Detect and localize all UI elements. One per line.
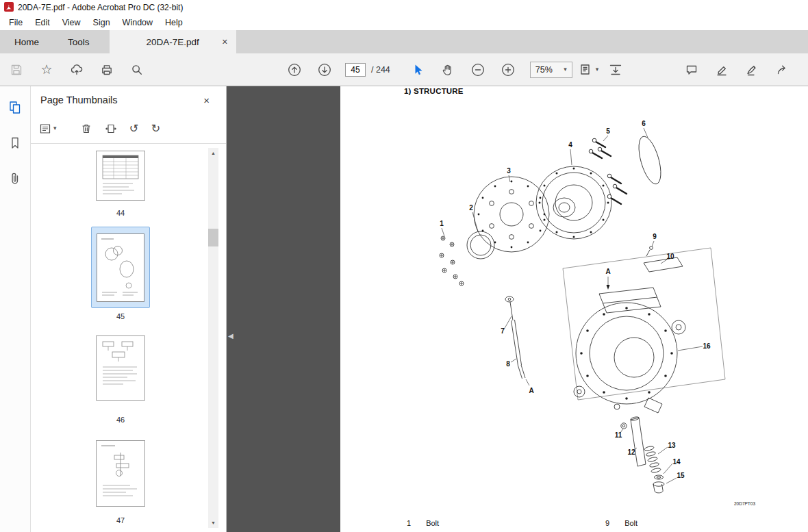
attachments-panel-button[interactable]: [8, 171, 23, 189]
upload-cloud-button[interactable]: [65, 58, 88, 81]
thumbnail-preview: [97, 233, 144, 302]
figure-code: 20D7PT03: [734, 501, 755, 506]
page-thumbnail-47[interactable]: 47: [96, 440, 145, 524]
callout-13: 13: [668, 442, 676, 449]
thumbnail-page-number: 45: [91, 312, 150, 320]
page-display-dropdown[interactable]: ▾: [579, 62, 599, 77]
parts-list-item: 1 Bolt: [407, 519, 439, 527]
callout-1: 1: [440, 220, 444, 227]
chevron-down-icon: ▾: [53, 125, 57, 131]
comment-button[interactable]: [680, 58, 703, 81]
page-thumbnail-45-selected[interactable]: [91, 227, 150, 308]
pdf-page: 1) STRUCTURE: [340, 86, 808, 532]
scrollbar-thumb[interactable]: [208, 229, 218, 246]
section-label-a-2: A: [529, 387, 533, 394]
thumbnail-page-number: 47: [116, 516, 125, 524]
callout-4: 4: [568, 141, 572, 149]
page-count-label: / 244: [371, 65, 390, 75]
acrobat-app-icon: [4, 2, 14, 14]
part-name: Bolt: [624, 519, 637, 527]
close-tab-icon[interactable]: ×: [222, 37, 227, 47]
thumbnail-options-menu-button[interactable]: ▾: [39, 123, 57, 135]
parts-list-item: 9 Bolt: [605, 519, 637, 527]
main-toolbar: ☆ / 244 75% ▾ ▾: [0, 53, 808, 86]
print-button[interactable]: [95, 58, 118, 81]
callout-7: 7: [501, 327, 505, 335]
page-thumbnail-44[interactable]: 44: [96, 151, 145, 217]
section-label-a-1: A: [605, 268, 610, 275]
menu-item-window[interactable]: Window: [116, 16, 159, 29]
window-title: 20DA-7E.pdf - Adobe Acrobat Pro DC (32-b…: [18, 3, 183, 12]
thumbnail-page-number: 44: [116, 209, 125, 217]
document-viewport[interactable]: ◀ 1) STRUCTURE: [227, 86, 808, 532]
collapse-panel-icon[interactable]: ◀: [228, 333, 233, 340]
thumbnail-preview: [96, 335, 145, 401]
menu-item-edit[interactable]: Edit: [29, 16, 56, 29]
callout-8: 8: [506, 360, 510, 368]
highlight-button[interactable]: [710, 58, 733, 81]
tab-document[interactable]: 20DA-7E.pdf ×: [110, 30, 236, 53]
part-ref: 1: [407, 519, 411, 527]
navigation-rail: [0, 86, 31, 532]
callout-14: 14: [672, 458, 681, 466]
rotate-ccw-button[interactable]: ↺: [127, 123, 141, 134]
menu-bar: File Edit View Sign Window Help: [0, 15, 808, 30]
page-thumbnails-panel-button[interactable]: [8, 100, 23, 118]
search-button[interactable]: [125, 58, 149, 81]
scroll-down-icon[interactable]: ▼: [208, 518, 218, 528]
thumbnail-size-button[interactable]: [104, 123, 118, 135]
menu-item-help[interactable]: Help: [159, 16, 189, 29]
hand-tool-button[interactable]: [436, 58, 459, 81]
callout-3: 3: [507, 167, 511, 175]
exploded-diagram: 1 2 3 4 5 6 7 8 9 10 11 12 13 14 15 16 A: [340, 86, 808, 532]
page-number-input[interactable]: [345, 63, 366, 77]
star-icon: ☆: [40, 63, 52, 76]
thumbnail-preview: [96, 440, 145, 507]
next-page-button[interactable]: [313, 58, 336, 81]
menu-item-file[interactable]: File: [3, 16, 29, 29]
zoom-out-button[interactable]: [466, 58, 490, 81]
callout-2: 2: [469, 204, 473, 212]
save-button[interactable]: [5, 58, 28, 81]
share-button[interactable]: [770, 58, 794, 81]
callout-12: 12: [627, 448, 635, 456]
callout-9: 9: [653, 233, 657, 240]
page-thumbnail-46[interactable]: 46: [96, 335, 145, 424]
part-ref: 9: [605, 519, 609, 527]
callout-5: 5: [606, 127, 610, 135]
scroll-up-icon[interactable]: ▲: [208, 148, 218, 158]
close-panel-icon[interactable]: ×: [203, 95, 210, 105]
bookmarks-panel-button[interactable]: [8, 136, 23, 153]
panel-toolbar: ▾ ↺ ↻: [31, 114, 226, 144]
menu-item-view[interactable]: View: [56, 16, 87, 29]
panel-header: Page Thumbnails ×: [31, 86, 226, 114]
menu-item-sign[interactable]: Sign: [87, 16, 116, 29]
previous-page-button[interactable]: [283, 58, 306, 81]
thumbnail-scrollbar[interactable]: ▲ ▼: [208, 148, 218, 528]
callout-15: 15: [677, 472, 685, 479]
callout-11: 11: [615, 431, 622, 439]
callout-6: 6: [642, 120, 646, 127]
part-name: Bolt: [426, 519, 439, 527]
thumbnail-page-number: 46: [116, 416, 125, 424]
tab-home[interactable]: Home: [0, 30, 53, 53]
tab-tools[interactable]: Tools: [53, 30, 104, 53]
zoom-in-button[interactable]: [496, 58, 520, 81]
select-tool-button[interactable]: [406, 58, 429, 81]
favorite-star-button[interactable]: ☆: [35, 58, 58, 81]
callout-16: 16: [703, 342, 711, 350]
tab-bar: Home Tools 20DA-7E.pdf ×: [0, 30, 808, 53]
main-area: Page Thumbnails × ▾ ↺ ↻: [0, 86, 808, 532]
thumbnail-list: 44 45: [31, 144, 226, 532]
thumbnail-preview: [96, 151, 145, 201]
rotate-cw-button[interactable]: ↻: [149, 123, 163, 134]
callout-10: 10: [666, 253, 674, 260]
chevron-down-icon: ▾: [596, 66, 599, 73]
zoom-level-value: 75%: [535, 65, 553, 75]
fill-sign-button[interactable]: [740, 58, 763, 81]
annotation-tools-group: [677, 58, 797, 81]
page-fit-button[interactable]: [604, 58, 627, 81]
delete-pages-button[interactable]: [79, 123, 93, 135]
zoom-level-dropdown[interactable]: 75% ▾: [530, 62, 572, 78]
title-bar: 20DA-7E.pdf - Adobe Acrobat Pro DC (32-b…: [0, 0, 808, 15]
